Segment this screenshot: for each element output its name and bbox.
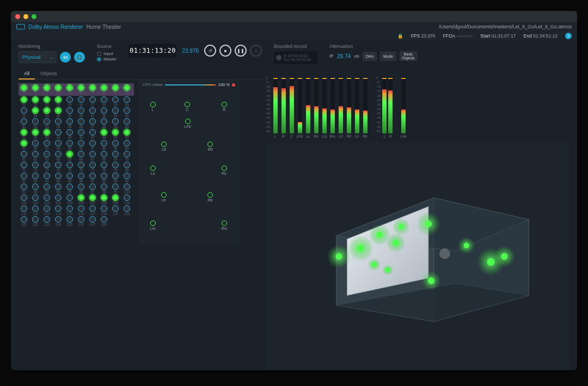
object-cell[interactable]: 96: [76, 183, 87, 194]
speaker-node[interactable]: Rtr: [207, 192, 213, 202]
object-cell[interactable]: 111: [19, 205, 29, 216]
rewind-button[interactable]: ↺: [204, 45, 216, 57]
object-cell[interactable]: 34: [53, 118, 64, 128]
object-cell[interactable]: 48: [99, 129, 109, 139]
object-cell[interactable]: 12: [30, 96, 41, 107]
object-cell[interactable]: 121: [19, 216, 29, 226]
object-cell[interactable]: 103: [41, 194, 52, 205]
object-cell[interactable]: 93: [41, 183, 52, 194]
object-cell[interactable]: 52: [30, 140, 41, 150]
object-cell[interactable]: 90: [121, 173, 132, 183]
tab-objects[interactable]: Objects: [35, 69, 63, 79]
record-button[interactable]: ●: [250, 45, 262, 57]
timecode-display[interactable]: 01:31:13:20: [128, 44, 176, 58]
object-cell[interactable]: 55: [64, 140, 75, 150]
object-cell[interactable]: 4: [53, 84, 64, 95]
object-cell[interactable]: 118: [99, 205, 109, 216]
object-cell[interactable]: 68: [99, 151, 109, 161]
object-cell[interactable]: 88: [99, 173, 109, 183]
object-cell[interactable]: 78: [99, 162, 109, 172]
object-cell[interactable]: 33: [41, 118, 52, 128]
object-cell[interactable]: 24: [53, 107, 64, 118]
object-cell[interactable]: 124: [53, 216, 64, 226]
object-cell[interactable]: 112: [30, 205, 41, 216]
maximize-icon[interactable]: [32, 14, 36, 19]
speaker-node[interactable]: Ltf: [161, 142, 167, 151]
headphone-toggle[interactable]: 48: [60, 52, 71, 63]
object-cell[interactable]: 40: [121, 118, 132, 128]
speaker-node[interactable]: Ltr: [161, 192, 167, 202]
object-cell[interactable]: 72: [30, 162, 41, 172]
object-cell[interactable]: 75: [64, 162, 75, 172]
object-cell[interactable]: 74: [53, 162, 64, 172]
object-cell[interactable]: 53: [41, 140, 52, 150]
object-cell[interactable]: 116: [76, 205, 87, 216]
speaker-node[interactable]: R: [222, 102, 227, 112]
object-cell[interactable]: 32: [30, 118, 41, 128]
object-cell[interactable]: 97: [87, 183, 98, 194]
object-cell[interactable]: 71: [19, 162, 29, 172]
object-cell[interactable]: 109: [110, 194, 121, 205]
object-cell[interactable]: 70: [121, 151, 132, 161]
object-cell[interactable]: 65: [64, 151, 75, 161]
object-cell[interactable]: 42: [30, 129, 41, 139]
object-cell[interactable]: 86: [76, 173, 87, 183]
object-cell[interactable]: 5: [64, 84, 75, 95]
source-master-radio[interactable]: Master: [97, 57, 117, 62]
object-cell[interactable]: 47: [87, 129, 98, 139]
object-cell[interactable]: 82: [30, 173, 41, 183]
object-cell[interactable]: 63: [41, 151, 52, 161]
object-cell[interactable]: 67: [87, 151, 98, 161]
speaker-node[interactable]: Rtf: [207, 142, 213, 151]
object-cell[interactable]: 64: [53, 151, 64, 161]
object-cell[interactable]: 11: [19, 96, 29, 107]
object-cell[interactable]: 14: [53, 96, 64, 107]
object-cell[interactable]: 123: [41, 216, 52, 226]
object-cell[interactable]: 120: [121, 205, 132, 216]
speaker-node[interactable]: Rs: [222, 166, 227, 175]
speaker-node[interactable]: L: [150, 102, 156, 112]
object-cell[interactable]: 104: [53, 194, 64, 205]
object-cell[interactable]: 62: [30, 151, 41, 161]
object-cell[interactable]: 99: [110, 183, 121, 194]
object-cell[interactable]: 51: [19, 140, 29, 150]
object-cell[interactable]: 3: [41, 84, 52, 95]
speaker-node[interactable]: Rrs: [222, 220, 228, 230]
object-cell[interactable]: 8: [99, 84, 109, 95]
object-cell[interactable]: 61: [19, 151, 29, 161]
object-cell[interactable]: 25: [64, 107, 75, 118]
object-cell[interactable]: 81: [19, 173, 29, 183]
object-cell[interactable]: 69: [110, 151, 121, 161]
object-cell[interactable]: 56: [76, 140, 87, 150]
object-cell[interactable]: 110: [121, 194, 132, 205]
object-cell[interactable]: 1: [19, 84, 29, 95]
object-cell[interactable]: 127: [87, 216, 98, 226]
object-cell[interactable]: 23: [41, 107, 52, 118]
tab-all[interactable]: All: [19, 69, 35, 79]
minimize-icon[interactable]: [23, 14, 28, 19]
object-cell[interactable]: 76: [76, 162, 87, 172]
object-cell[interactable]: 101: [19, 194, 29, 205]
speaker-node[interactable]: C: [185, 102, 190, 112]
object-cell[interactable]: 85: [64, 173, 75, 183]
monitoring-dropdown[interactable]: Physical⌵: [19, 51, 57, 63]
dim-button[interactable]: Dim: [363, 52, 377, 61]
object-cell[interactable]: 80: [121, 162, 132, 172]
object-cell[interactable]: 18: [99, 96, 109, 107]
object-cell[interactable]: 122: [30, 216, 41, 226]
mute-button[interactable]: Mute: [380, 52, 396, 61]
object-cell[interactable]: 27: [87, 107, 98, 118]
object-cell[interactable]: 117: [87, 205, 98, 216]
object-cell[interactable]: 21: [19, 107, 29, 118]
object-cell[interactable]: 20: [121, 96, 132, 107]
object-cell[interactable]: 35: [64, 118, 75, 128]
object-cell[interactable]: 29: [110, 107, 121, 118]
object-cell[interactable]: 125: [64, 216, 75, 226]
object-cell[interactable]: 7: [87, 84, 98, 95]
object-cell[interactable]: 38: [99, 118, 109, 128]
object-cell[interactable]: 66: [76, 151, 87, 161]
object-cell[interactable]: 87: [87, 173, 98, 183]
object-cell[interactable]: 95: [64, 183, 75, 194]
object-cell[interactable]: 92: [30, 183, 41, 194]
speaker-node[interactable]: Lrs: [150, 220, 156, 230]
